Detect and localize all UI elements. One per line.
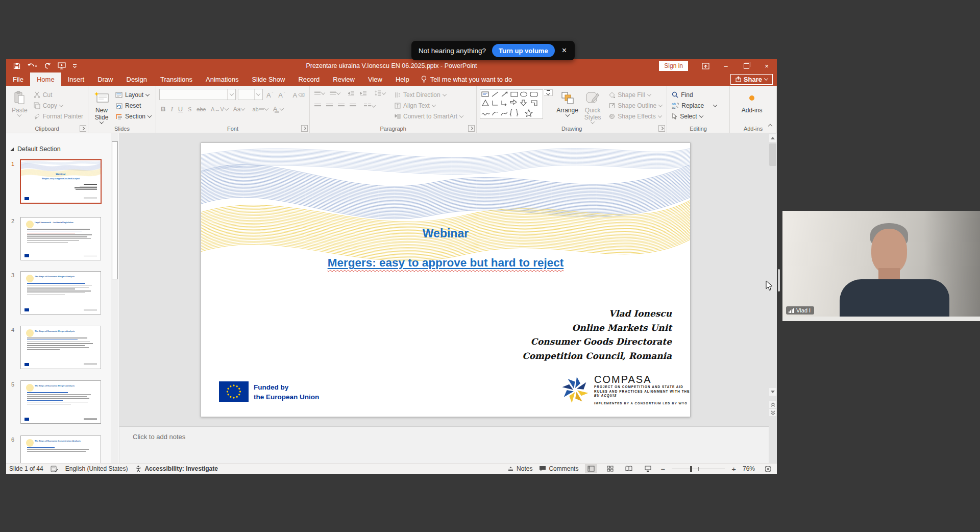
fit-slide-to-window-button[interactable] <box>762 464 774 473</box>
reset-button[interactable]: Reset <box>113 100 154 111</box>
new-slide-button[interactable]: New Slide <box>90 88 113 124</box>
tab-design[interactable]: Design <box>120 72 154 86</box>
font-color-button[interactable]: A <box>271 104 286 114</box>
cut-button[interactable]: Cut <box>31 89 86 100</box>
align-left-button[interactable] <box>312 101 324 111</box>
zoom-level[interactable]: 76% <box>743 465 755 472</box>
slide-title[interactable]: Webinar <box>201 227 690 240</box>
decrease-font-size-button[interactable]: Aˇ <box>276 90 287 101</box>
shadow-button[interactable]: S <box>185 104 194 114</box>
reading-view-button[interactable] <box>623 464 635 473</box>
slide-thumbnail-5[interactable]: The Steps of Economic Mergers Analysis <box>20 380 101 424</box>
underline-button[interactable]: U <box>176 104 185 114</box>
increase-font-size-button[interactable]: Aˆ <box>264 90 276 101</box>
align-center-button[interactable] <box>324 101 335 111</box>
shape-fill-button[interactable]: Shape Fill <box>606 89 665 100</box>
select-button[interactable]: Select <box>669 111 719 122</box>
italic-button[interactable]: I <box>168 104 175 114</box>
font-size-combo[interactable] <box>238 89 263 100</box>
find-button[interactable]: Find <box>669 89 719 100</box>
start-slideshow-icon[interactable] <box>58 62 66 69</box>
comments-toggle[interactable]: Comments <box>539 465 578 472</box>
columns-button[interactable] <box>361 101 378 111</box>
next-slide-button[interactable] <box>769 409 776 416</box>
replace-button[interactable]: abacReplace <box>669 100 719 111</box>
undo-icon[interactable] <box>27 63 37 69</box>
accessibility-status[interactable]: Accessibility: Investigate <box>135 465 217 472</box>
turn-up-volume-button[interactable]: Turn up volume <box>492 44 555 57</box>
bold-button[interactable]: B <box>158 104 168 114</box>
slide-sorter-view-button[interactable] <box>604 464 616 473</box>
align-text-button[interactable]: Align Text <box>392 100 465 111</box>
restore-button[interactable] <box>736 59 756 72</box>
customize-qat-icon[interactable] <box>72 64 77 68</box>
speaker-block[interactable]: Vlad Ionescu Online Markets Unit Consume… <box>522 307 672 363</box>
tab-help[interactable]: Help <box>389 72 416 86</box>
tab-home[interactable]: Home <box>30 72 61 86</box>
arrange-button[interactable]: Arrange <box>554 88 581 117</box>
zoom-out-button[interactable]: − <box>660 465 665 473</box>
clipboard-dialog-launcher[interactable] <box>80 125 86 132</box>
shape-gallery-more-button[interactable] <box>544 89 553 96</box>
paragraph-dialog-launcher[interactable] <box>468 125 475 132</box>
close-button[interactable]: × <box>756 59 777 72</box>
webcam-video[interactable]: Vlad I <box>782 211 980 321</box>
bullets-button[interactable] <box>312 88 327 99</box>
tab-view[interactable]: View <box>361 72 389 86</box>
zoom-in-button[interactable]: + <box>731 465 736 473</box>
shape-effects-button[interactable]: Shape Effects <box>606 111 665 122</box>
save-icon[interactable] <box>13 62 20 69</box>
clear-formatting-button[interactable]: A⌫ <box>290 90 307 101</box>
section-header[interactable]: Default Section <box>10 146 61 153</box>
tab-file[interactable]: File <box>6 72 30 86</box>
notes-toggle[interactable]: Notes <box>507 465 532 472</box>
notes-pane[interactable]: Click to add notes <box>119 426 769 463</box>
slide-thumbnail-4[interactable]: The Steps of Economic Mergers Analysis <box>20 326 101 369</box>
tab-transitions[interactable]: Transitions <box>154 72 199 86</box>
canvas-scrollbar[interactable] <box>769 133 777 463</box>
convert-to-smartart-button[interactable]: Convert to SmartArt <box>392 111 465 122</box>
panel-scrollbar[interactable] <box>111 133 118 463</box>
decrease-indent-button[interactable] <box>345 88 357 99</box>
shape-gallery[interactable] <box>480 89 543 119</box>
drawing-dialog-launcher[interactable] <box>658 125 665 132</box>
scrollbar-thumb[interactable] <box>769 143 776 166</box>
slide-canvas[interactable]: Webinar Mergers: easy to approve but har… <box>119 133 769 426</box>
line-spacing-button[interactable] <box>372 88 388 99</box>
panel-scrollbar-thumb[interactable] <box>112 141 118 279</box>
spellcheck-button[interactable] <box>51 466 58 472</box>
scroll-up-button[interactable] <box>769 134 776 142</box>
slide-subtitle[interactable]: Mergers: easy to approve but hard to rej… <box>201 256 690 270</box>
zoom-slider-thumb[interactable] <box>690 466 692 472</box>
addins-button[interactable]: Add-ins <box>732 88 772 114</box>
slide-thumbnail-6[interactable]: The Steps of Economic Concentration Anal… <box>20 436 101 463</box>
share-button[interactable]: Share <box>730 74 773 85</box>
section-button[interactable]: Section <box>113 111 154 122</box>
slide-thumbnail-1[interactable]: Webinar Mergers: easy to approve but har… <box>20 159 102 204</box>
copy-button[interactable]: Copy <box>31 100 86 111</box>
paste-button[interactable]: Paste <box>8 88 31 117</box>
scroll-down-button[interactable] <box>769 388 776 396</box>
text-direction-button[interactable]: Text Direction <box>392 89 465 100</box>
zoom-slider[interactable] <box>672 469 725 469</box>
sign-in-button[interactable]: Sign in <box>659 61 688 71</box>
change-case-button[interactable]: Aa <box>231 104 248 114</box>
quick-styles-button[interactable]: Quick Styles <box>581 88 604 124</box>
tab-review[interactable]: Review <box>326 72 361 86</box>
slideshow-view-button[interactable] <box>642 464 654 473</box>
strikethrough-button[interactable]: abc <box>194 104 208 114</box>
format-painter-button[interactable]: Format Painter <box>31 111 86 122</box>
tell-me-box[interactable]: Tell me what you want to do <box>416 72 517 86</box>
normal-view-button[interactable] <box>585 464 597 473</box>
increase-indent-button[interactable] <box>357 88 370 99</box>
redo-icon[interactable] <box>44 62 51 69</box>
numbering-button[interactable] <box>327 88 342 99</box>
tab-record[interactable]: Record <box>291 72 326 86</box>
align-right-button[interactable] <box>335 101 347 111</box>
toast-close-icon[interactable]: × <box>561 46 568 55</box>
window-edge-handle[interactable] <box>778 269 780 292</box>
justify-button[interactable] <box>347 101 359 111</box>
minimize-button[interactable]: – <box>716 59 736 72</box>
character-spacing-button[interactable]: A↔V <box>208 104 231 114</box>
ribbon-display-options-icon[interactable] <box>695 59 716 72</box>
